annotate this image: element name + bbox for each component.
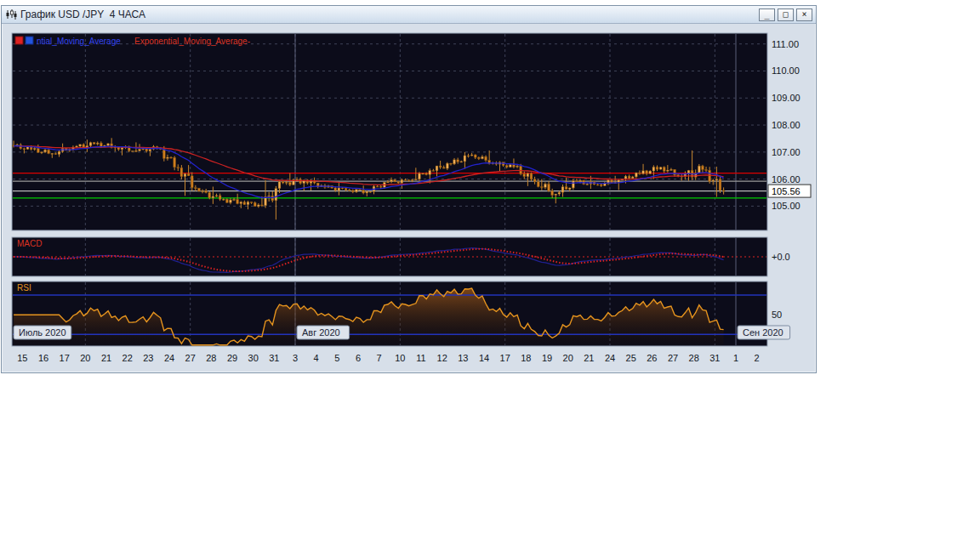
x-axis-label: 7 xyxy=(377,353,382,363)
candle-body xyxy=(282,182,284,183)
legend-swatch-blue[interactable] xyxy=(26,37,33,44)
chart-canvas[interactable]: 111.00110.00109.00108.00107.00106.00105.… xyxy=(9,28,812,372)
candle-body xyxy=(170,157,173,158)
candle-body xyxy=(139,150,141,151)
candle-body xyxy=(54,153,57,154)
minimize-button[interactable]: _ xyxy=(759,9,775,21)
candle-body xyxy=(558,192,561,194)
candle-body xyxy=(135,151,138,151)
chart-area[interactable]: 111.00110.00109.00108.00107.00106.00105.… xyxy=(2,25,816,372)
candle-body xyxy=(485,156,487,160)
candle-body xyxy=(698,166,700,173)
candle-body xyxy=(663,168,665,172)
candle-body xyxy=(442,168,445,168)
candle-body xyxy=(93,143,95,145)
candle-body xyxy=(250,202,253,203)
x-axis-label: 22 xyxy=(122,353,133,363)
x-axis-label: 27 xyxy=(185,353,196,363)
x-axis-label: 16 xyxy=(38,353,48,363)
candle-body xyxy=(544,184,547,187)
x-axis-label: 20 xyxy=(80,353,90,363)
x-axis-label: 5 xyxy=(334,353,339,363)
candle-body xyxy=(555,194,557,195)
y-axis-label: 106.00 xyxy=(772,174,801,185)
window-controls: _ □ × xyxy=(756,9,812,21)
legend-ma1-label: ntial_Moving_Average xyxy=(37,37,121,46)
candle-body xyxy=(348,190,350,190)
current-price-label: 105.56 xyxy=(772,186,801,196)
candle-body xyxy=(194,188,197,189)
candle-body xyxy=(376,186,379,187)
candle-body xyxy=(523,173,526,176)
y-axis-label: 107.00 xyxy=(772,147,801,157)
candle-body xyxy=(513,165,516,168)
x-axis-label: 13 xyxy=(458,353,468,363)
candle-body xyxy=(356,190,358,192)
candle-body xyxy=(359,190,362,190)
candle-body xyxy=(666,170,669,171)
candle-body xyxy=(338,188,340,190)
candle-body xyxy=(96,143,99,144)
restore-button[interactable]: □ xyxy=(778,9,794,21)
candle-body xyxy=(628,176,630,179)
month-badge-label: Авг 2020 xyxy=(302,327,340,338)
candle-body xyxy=(712,180,715,181)
macd-axis-label: +0.0 xyxy=(772,252,790,262)
close-button[interactable]: × xyxy=(796,9,812,21)
window-titlebar[interactable]: График USD /JPY 4 ЧАСА _ □ × xyxy=(2,6,816,24)
candle-body xyxy=(565,187,567,190)
x-axis-label: 31 xyxy=(269,353,279,363)
candle-body xyxy=(278,182,281,189)
rsi-panel-label: RSI xyxy=(17,283,31,293)
candle-body xyxy=(345,188,347,190)
x-axis-label: 20 xyxy=(563,353,573,363)
candle-body xyxy=(23,149,26,150)
candle-body xyxy=(537,182,539,187)
candle-body xyxy=(205,190,208,192)
candle-body xyxy=(659,168,662,169)
candle-body xyxy=(453,160,456,164)
candle-body xyxy=(652,167,655,171)
x-axis-label: 25 xyxy=(626,353,636,363)
legend-swatch-red[interactable] xyxy=(15,37,23,44)
candle-body xyxy=(58,151,60,154)
candle-body xyxy=(387,182,390,183)
candle-body xyxy=(379,186,382,187)
candle-body xyxy=(44,150,47,152)
page-background: График USD /JPY 4 ЧАСА _ □ × 111.00110.0… xyxy=(0,0,980,551)
x-axis-label: 17 xyxy=(60,353,70,363)
candle-body xyxy=(450,163,453,164)
candle-body xyxy=(457,160,459,162)
candle-body xyxy=(639,173,641,173)
x-axis-label: 23 xyxy=(143,353,153,363)
candle-body xyxy=(586,184,589,185)
candle-body xyxy=(520,166,522,173)
x-axis-label: 21 xyxy=(584,353,594,363)
candle-body xyxy=(247,202,249,205)
candle-body xyxy=(715,179,718,180)
x-axis-label: 14 xyxy=(479,353,489,363)
candle-body xyxy=(48,150,50,153)
candle-body xyxy=(275,189,277,201)
x-axis-label: 26 xyxy=(647,353,657,363)
candle-body xyxy=(533,179,536,182)
candle-body xyxy=(233,199,236,200)
candle-body xyxy=(225,199,228,202)
candle-body xyxy=(401,179,403,183)
x-axis-label: 4 xyxy=(314,353,319,363)
x-axis-label: 30 xyxy=(248,353,259,363)
candle-body xyxy=(425,173,428,174)
x-axis-label: 24 xyxy=(605,353,615,363)
candle-body xyxy=(198,188,201,191)
candle-body xyxy=(397,182,400,183)
candle-body xyxy=(460,162,463,162)
candle-body xyxy=(257,205,259,207)
candle-body xyxy=(76,146,78,147)
candle-body xyxy=(83,145,85,147)
candle-body xyxy=(505,166,508,168)
candle-body xyxy=(394,179,396,181)
candle-body xyxy=(89,143,92,146)
candle-body xyxy=(219,196,221,200)
candle-body xyxy=(551,191,554,196)
candle-body xyxy=(285,182,288,183)
